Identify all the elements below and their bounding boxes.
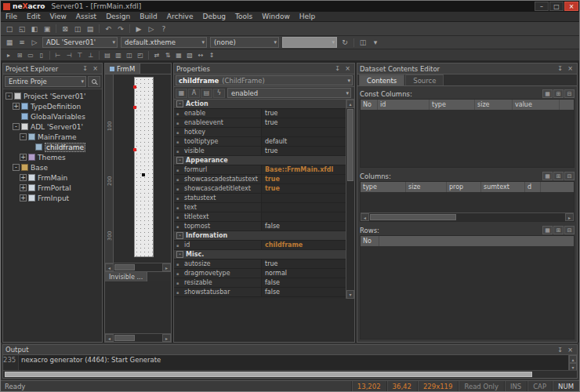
output-v-scrollbar[interactable]: ▴ ▾: [568, 355, 577, 370]
property-row-dragmovetype[interactable]: ▪dragmovetypenormal: [174, 269, 346, 278]
column-header-type[interactable]: type: [361, 182, 406, 192]
close-panel-icon[interactable]: ×: [566, 346, 575, 354]
scroll-up-icon[interactable]: ▴: [346, 100, 354, 108]
pin-icon[interactable]: ↧: [333, 64, 342, 73]
tree-expander-icon[interactable]: +: [13, 103, 20, 110]
invisible-h-scrollbar[interactable]: ◂ ▸: [105, 333, 171, 342]
property-row-resizable[interactable]: ▪resizablefalse: [174, 278, 346, 288]
tree-expander-icon[interactable]: +: [20, 184, 27, 191]
property-value[interactable]: [262, 203, 346, 212]
scroll-left-icon[interactable]: ◂: [105, 334, 114, 342]
rows-table[interactable]: No: [360, 235, 575, 339]
property-value[interactable]: false: [262, 222, 346, 230]
paste-icon[interactable]: ▤: [84, 24, 96, 34]
tree-item-base[interactable]: -Base: [3, 162, 102, 172]
object-selector-combo[interactable]: childframe (ChildFrame) ▾: [176, 75, 353, 85]
property-row-enable[interactable]: ▪enabletrue: [174, 109, 346, 118]
collapse-icon[interactable]: -: [176, 100, 183, 107]
adl-combo[interactable]: ADL 'Server01'▾: [42, 37, 118, 48]
rows-insert-row-icon[interactable]: ▦: [542, 226, 553, 234]
property-row-formurl[interactable]: ▪formurlBase::FrmMain.xfdl: [174, 165, 346, 175]
menu-edit[interactable]: Edit: [22, 12, 45, 21]
column-header-value[interactable]: value: [513, 100, 560, 110]
property-value[interactable]: Base::FrmMain.xfdl: [262, 165, 346, 174]
search-scope-combo[interactable]: Entire Proje▾: [5, 76, 86, 87]
property-row-hotkey[interactable]: ▪hotkey: [174, 128, 346, 137]
rows-delete-row-icon[interactable]: ⊟: [564, 226, 575, 234]
scroll-thumb[interactable]: [5, 372, 532, 377]
const-columns-table[interactable]: Noidtypesizevalue: [360, 99, 575, 168]
collapse-icon[interactable]: -: [176, 232, 183, 239]
tree-item-childframe[interactable]: childframe: [3, 142, 102, 152]
tree-item-globalvariables[interactable]: GlobalVariables: [3, 111, 102, 122]
menu-help[interactable]: Help: [295, 12, 321, 21]
theme-combo[interactable]: default.xtheme▾: [121, 37, 207, 48]
alphabetical-icon[interactable]: A: [188, 89, 200, 98]
vbox-icon[interactable]: ▯: [36, 51, 47, 60]
maximize-button[interactable]: □: [549, 2, 564, 11]
property-row-statustext[interactable]: ▪statustext: [174, 194, 346, 203]
scroll-down-icon[interactable]: ▾: [569, 363, 577, 370]
scroll-track[interactable]: [114, 263, 162, 271]
scroll-track[interactable]: [346, 108, 354, 290]
align-top-icon[interactable]: ⊤: [74, 51, 85, 60]
selection-handle[interactable]: [133, 106, 136, 109]
search-button[interactable]: [88, 76, 100, 87]
property-value[interactable]: true: [262, 175, 346, 183]
design-canvas[interactable]: [114, 74, 171, 263]
select-tool-icon[interactable]: ▸: [3, 51, 14, 60]
column-header-type[interactable]: type: [430, 100, 475, 110]
pin-icon[interactable]: ↧: [81, 64, 89, 73]
menu-debug[interactable]: Debug: [198, 12, 230, 21]
property-row-tooltiptype[interactable]: ▪tooltiptypedefault: [174, 137, 346, 147]
close-panel-icon[interactable]: ×: [566, 64, 575, 73]
pin-icon[interactable]: ↧: [556, 64, 564, 73]
tree-item-frminput[interactable]: +FrmInput: [3, 193, 102, 203]
column-header-sumtext[interactable]: sumtext: [481, 182, 525, 192]
column-header-size[interactable]: size: [406, 182, 447, 192]
menu-build[interactable]: Build: [135, 12, 162, 21]
tree-expander-icon[interactable]: -: [13, 123, 20, 130]
help-icon[interactable]: ?: [158, 24, 170, 34]
rows-body[interactable]: [361, 246, 574, 339]
scroll-thumb[interactable]: [347, 109, 353, 181]
property-value[interactable]: false: [262, 288, 346, 296]
property-value[interactable]: true: [262, 118, 346, 127]
copy-icon[interactable]: ◫: [71, 24, 84, 34]
selection-handle[interactable]: [133, 85, 136, 89]
scroll-track[interactable]: [114, 334, 162, 342]
property-value[interactable]: true: [262, 109, 346, 118]
menu-window[interactable]: Window: [257, 12, 295, 21]
property-group-action[interactable]: -Action: [174, 100, 346, 109]
property-row-showcascadetitletext[interactable]: ▪showcascadetitletexttrue: [174, 184, 346, 194]
scroll-thumb[interactable]: [114, 335, 135, 341]
close-button[interactable]: ×: [564, 2, 578, 11]
scroll-thumb[interactable]: [370, 214, 456, 220]
cut-icon[interactable]: ⊠: [59, 24, 71, 34]
property-group-appearance[interactable]: -Appearance: [174, 156, 346, 165]
menu-view[interactable]: View: [45, 12, 71, 21]
tree-expander-icon[interactable]: -: [13, 164, 20, 171]
h-spacing-icon[interactable]: ⇄: [151, 51, 162, 60]
property-group-information[interactable]: -Information: [174, 231, 346, 241]
menu-assist[interactable]: Assist: [71, 12, 101, 21]
design-view-icon[interactable]: ▦: [3, 38, 16, 48]
tree-item-typedefinition[interactable]: +TypeDefinition: [3, 101, 102, 111]
form-tab[interactable]: FrmM: [105, 64, 140, 74]
collapse-icon[interactable]: -: [176, 157, 183, 164]
column-header-prop[interactable]: prop: [447, 182, 481, 192]
property-value[interactable]: childframe: [262, 241, 346, 249]
const-columns-body[interactable]: [361, 110, 574, 167]
property-row-enableevent[interactable]: ▪enableeventtrue: [174, 118, 346, 128]
launch-icon[interactable]: ▶: [132, 24, 145, 34]
tree-item-project-server01-[interactable]: -Project 'Server01': [3, 91, 102, 101]
property-row-titletext[interactable]: ▪titletext: [174, 212, 346, 222]
property-value[interactable]: [262, 194, 346, 202]
scroll-left-icon[interactable]: ◂: [361, 213, 369, 221]
property-value[interactable]: true: [262, 260, 346, 268]
property-row-autosize[interactable]: ▪autosizetrue: [174, 260, 346, 269]
dataset-tab-contents[interactable]: Contents: [359, 74, 404, 85]
quick-view-icon[interactable]: ▷: [145, 24, 158, 34]
layout-combo[interactable]: (none)▾: [210, 37, 279, 48]
column-header-d[interactable]: d: [525, 182, 541, 192]
